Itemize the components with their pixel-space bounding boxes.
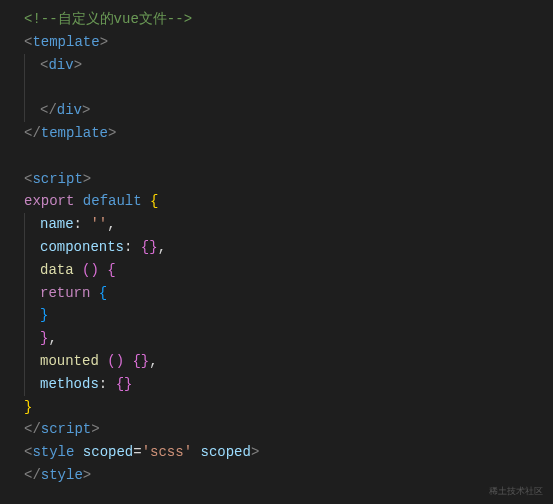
code-line: data () { xyxy=(24,259,553,282)
code-line: }, xyxy=(24,327,553,350)
code-line: export default { xyxy=(24,190,553,213)
code-line xyxy=(24,145,553,168)
code-line: } xyxy=(24,396,553,419)
code-line: </script> xyxy=(24,418,553,441)
code-line: <!--自定义的vue文件--> xyxy=(24,8,553,31)
code-line: <script> xyxy=(24,168,553,191)
code-line: <style scoped='scss' scoped> xyxy=(24,441,553,464)
code-line: methods: {} xyxy=(24,373,553,396)
code-line: components: {}, xyxy=(24,236,553,259)
code-line: </style> xyxy=(24,464,553,487)
code-line xyxy=(24,76,553,99)
code-line: return { xyxy=(24,282,553,305)
code-line: } xyxy=(24,304,553,327)
code-line: </div> xyxy=(24,99,553,122)
code-line: </template> xyxy=(24,122,553,145)
watermark: 稀土技术社区 xyxy=(489,484,543,498)
code-line: <div> xyxy=(24,54,553,77)
code-line: <template> xyxy=(24,31,553,54)
code-line: name: '', xyxy=(24,213,553,236)
code-line: mounted () {}, xyxy=(24,350,553,373)
code-editor[interactable]: <!--自定义的vue文件--> <template> <div> </div>… xyxy=(0,8,553,487)
